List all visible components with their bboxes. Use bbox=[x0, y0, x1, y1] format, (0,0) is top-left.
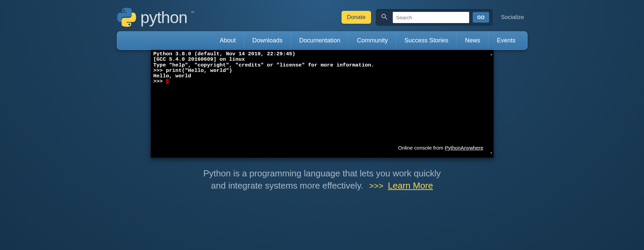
search-input[interactable] bbox=[393, 12, 469, 23]
tagline-line1: Python is a programming language that le… bbox=[0, 167, 644, 179]
main-nav: About Downloads Documentation Community … bbox=[117, 31, 528, 50]
interactive-console[interactable]: Python 3.8.0 (default, Nov 14 2019, 22:2… bbox=[151, 50, 494, 158]
nav-news[interactable]: News bbox=[456, 32, 488, 50]
nav-events[interactable]: Events bbox=[488, 32, 523, 50]
nav-community[interactable]: Community bbox=[348, 32, 396, 50]
svg-point-0 bbox=[382, 14, 385, 18]
nav-about[interactable]: About bbox=[211, 32, 244, 50]
console-line: [GCC 5.4.0 20160609] on linux bbox=[153, 57, 491, 62]
cursor bbox=[166, 79, 169, 84]
tagline: Python is a programming language that le… bbox=[0, 167, 644, 192]
scroll-up-icon[interactable]: ▴ bbox=[490, 52, 493, 57]
scroll-down-icon[interactable]: ▾ bbox=[490, 151, 493, 156]
nav-success-stories[interactable]: Success Stories bbox=[396, 32, 456, 50]
console-line: Hello, world bbox=[153, 73, 491, 79]
header: python™ Donate GO Socialize bbox=[117, 0, 528, 31]
console-line: >>> print("Hello, world") bbox=[153, 68, 491, 73]
logo-text: python™ bbox=[141, 8, 187, 27]
nav-downloads[interactable]: Downloads bbox=[244, 32, 291, 50]
nav-documentation[interactable]: Documentation bbox=[291, 32, 348, 50]
learn-more-link[interactable]: Learn More bbox=[388, 180, 433, 191]
search-go-button[interactable]: GO bbox=[473, 12, 490, 23]
logo[interactable]: python™ bbox=[117, 7, 187, 27]
python-logo-icon bbox=[117, 7, 136, 27]
console-line: Type "help", "copyright", "credits" or "… bbox=[153, 62, 491, 68]
trademark-symbol: ™ bbox=[190, 10, 194, 15]
console-prompt-line: >>> bbox=[153, 79, 491, 84]
donate-button[interactable]: Donate bbox=[342, 11, 371, 24]
tagline-line2: and integrate systems more effectively. … bbox=[0, 179, 644, 192]
search-icon bbox=[379, 13, 389, 22]
search-bar: GO bbox=[376, 9, 493, 26]
pythonanywhere-link[interactable]: PythonAnywhere bbox=[445, 145, 483, 151]
console-line: Python 3.8.0 (default, Nov 14 2019, 22:2… bbox=[153, 51, 491, 57]
svg-line-1 bbox=[385, 18, 387, 20]
socialize-link[interactable]: Socialize bbox=[497, 14, 527, 21]
chevrons-icon: >>> bbox=[369, 181, 383, 190]
console-attribution: Online console from PythonAnywhere bbox=[390, 140, 483, 156]
